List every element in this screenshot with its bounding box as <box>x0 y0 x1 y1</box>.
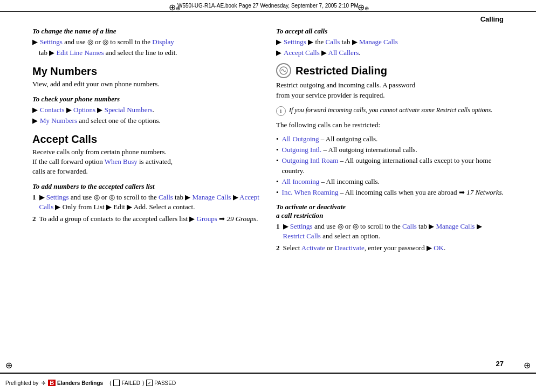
passed-checkbox: ✓ <box>146 380 153 386</box>
failed-label: FAILED <box>121 380 140 386</box>
body-check-phone: ▶ Contacts ▶ Options ▶ Special Numbers. … <box>32 105 260 126</box>
list-number: 2 <box>32 214 36 224</box>
list-item-text: ▶ Settings and use ◎ or ◎ to scroll to t… <box>283 222 504 241</box>
section-restricted-list: The following calls can be restricted: A… <box>276 120 504 197</box>
list-item: All Outgoing – All outgoing calls. <box>276 134 504 144</box>
heading-add-callers: To add numbers to the accepted callers l… <box>32 182 260 191</box>
bullet-check-2: ▶ My Numbers and select one of the optio… <box>32 116 260 126</box>
section-accept-all: To accept all calls ▶ Settings ▶ the Cal… <box>276 27 504 58</box>
corner-bl-mark: ⊕ <box>5 360 12 370</box>
page-number: 27 <box>496 360 504 368</box>
list-item: 1 ▶ Settings and use ◎ or ◎ to scroll to… <box>276 222 504 241</box>
bullet-change-name-1: ▶ Settings and use ◎ or ◎ to scroll to t… <box>32 37 260 47</box>
item-label: Outgoing Intl Roam – All outgoing intern… <box>282 156 504 175</box>
info-icon: i <box>276 106 286 116</box>
top-bar: ⊕ W550i-UG-R1A-AE.book Page 27 Wednesday… <box>0 0 536 12</box>
body-restricted: Restrict outgoing and incoming calls. A … <box>276 80 504 100</box>
body-accept-all: ▶ Settings ▶ the Calls tab ▶ Manage Call… <box>276 37 504 58</box>
failed-checkbox <box>113 380 120 386</box>
page-container: ⊕ W550i-UG-R1A-AE.book Page 27 Wednesday… <box>0 0 536 392</box>
section-check-phone: To check your phone numbers ▶ Contacts ▶… <box>32 95 260 126</box>
bottom-bar: Preflighted by ✈ B Elanders Berlings ( F… <box>0 373 536 392</box>
section-activate-restriction: To activate or deactivatea call restrict… <box>276 203 504 253</box>
passed-status: ✓ PASSED <box>146 380 176 386</box>
arrow-icon: ▶ <box>32 37 38 47</box>
list-item: 2 Select Activate or Deactivate, enter y… <box>276 243 504 253</box>
heading-activate-restriction: To activate or deactivatea call restrict… <box>276 203 504 220</box>
heading-change-name: To change the name of a line <box>32 27 260 36</box>
antenna-icon <box>279 66 288 75</box>
change-name-line2: tab ▶ Edit Line Names and select the lin… <box>32 48 260 58</box>
heading-accept-all: To accept all calls <box>276 27 504 36</box>
list-number: 2 <box>276 243 280 253</box>
heading-accept-calls: Accept Calls <box>32 133 260 146</box>
accept-all-line1: Settings ▶ the Calls tab ▶ Manage Calls <box>284 37 398 47</box>
heading-my-numbers: My Numbers <box>32 65 260 78</box>
logo-b-letter: B <box>48 380 56 386</box>
right-column: To accept all calls ▶ Settings ▶ the Cal… <box>276 27 504 360</box>
list-number: 1 <box>32 192 36 212</box>
preflighted-label: Preflighted by <box>5 380 38 386</box>
body-my-numbers: View, add and edit your own phone number… <box>32 79 260 89</box>
separator2: ) <box>142 380 144 386</box>
info-box: i If you forward incoming calls, you can… <box>276 106 504 116</box>
restricted-dialing-title: Restricted Dialing <box>296 65 387 77</box>
separator: ( <box>109 380 111 386</box>
logo-name: Elanders Berlings <box>57 380 103 386</box>
list-item: Inc. When Roaming – All incoming calls w… <box>276 188 504 197</box>
item-label: All Incoming – All incoming calls. <box>282 177 380 187</box>
section-add-callers: To add numbers to the accepted callers l… <box>32 182 260 224</box>
failed-status: FAILED <box>113 380 140 386</box>
restricted-bullet-list: All Outgoing – All outgoing calls. Outgo… <box>276 134 504 197</box>
corner-tr-mark: ⊕ <box>358 2 367 12</box>
item-label: Inc. When Roaming – All incoming calls w… <box>282 188 504 197</box>
list-item: All Incoming – All incoming calls. <box>276 177 504 187</box>
left-column: To change the name of a line ▶ Settings … <box>32 27 260 360</box>
list-item: Outgoing Intl Roam – All outgoing intern… <box>276 156 504 175</box>
list-item: Outgoing Intl. – All outgoing internatio… <box>276 145 504 155</box>
section-change-name: To change the name of a line ▶ Settings … <box>32 27 260 58</box>
item-label: All Outgoing – All outgoing calls. <box>282 134 378 144</box>
heading-check-phone: To check your phone numbers <box>32 95 260 104</box>
body-accept-calls: Receive calls only from certain phone nu… <box>32 147 260 177</box>
list-item-text: ▶ Settings and use ◎ or ◎ to scroll to t… <box>39 192 260 212</box>
list-item: 1 ▶ Settings and use ◎ or ◎ to scroll to… <box>32 192 260 212</box>
check-phone-line2: My Numbers and select one of the options… <box>40 116 161 126</box>
body-change-name: ▶ Settings and use ◎ or ◎ to scroll to t… <box>32 37 260 58</box>
passed-label: PASSED <box>154 380 176 386</box>
bullet-accept-all-1: ▶ Settings ▶ the Calls tab ▶ Manage Call… <box>276 37 504 47</box>
bullet-check-1: ▶ Contacts ▶ Options ▶ Special Numbers. <box>32 105 260 115</box>
page-header: Calling <box>480 15 504 23</box>
list-item-text: To add a group of contacts to the accept… <box>39 214 258 224</box>
item-label: Outgoing Intl. – All outgoing internatio… <box>282 145 417 155</box>
change-name-text-1: Settings and use ◎ or ◎ to scroll to the… <box>40 37 174 47</box>
corner-br-mark: ⊕ <box>524 360 531 370</box>
arrow-icon: ▶ <box>32 105 38 115</box>
arrow-icon: ▶ <box>32 116 38 126</box>
activate-restriction-list: 1 ▶ Settings and use ◎ or ◎ to scroll to… <box>276 222 504 253</box>
restricted-intro: The following calls can be restricted: <box>276 120 504 130</box>
list-number: 1 <box>276 222 280 241</box>
main-content: To change the name of a line ▶ Settings … <box>32 27 504 360</box>
section-accept-calls: Accept Calls Receive calls only from cer… <box>32 133 260 177</box>
arrow-icon: ▶ <box>276 48 281 58</box>
preflighted-icon: ✈ <box>42 380 46 386</box>
info-text: If you forward incoming calls, you canno… <box>289 106 492 116</box>
bullet-accept-all-2: ▶ Accept Calls ▶ All Callers. <box>276 48 504 58</box>
accept-all-line2: Accept Calls ▶ All Callers. <box>284 48 361 58</box>
restricted-dialing-icon <box>276 63 291 78</box>
arrow-icon: ▶ <box>276 37 281 47</box>
list-item-text: Select Activate or Deactivate, enter you… <box>283 243 446 253</box>
section-my-numbers: My Numbers View, add and edit your own p… <box>32 65 260 89</box>
section-restricted-dialing: Restricted Dialing Restrict outgoing and… <box>276 63 504 100</box>
list-item: 2 To add a group of contacts to the acce… <box>32 214 260 224</box>
company-logo: B Elanders Berlings <box>48 380 103 386</box>
top-bar-text: W550i-UG-R1A-AE.book Page 27 Wednesday, … <box>177 3 359 9</box>
check-phone-line1: Contacts ▶ Options ▶ Special Numbers. <box>40 105 154 115</box>
corner-tl-mark: ⊕ <box>169 2 178 12</box>
restricted-heading: Restricted Dialing <box>276 63 504 78</box>
add-callers-list: 1 ▶ Settings and use ◎ or ◎ to scroll to… <box>32 192 260 224</box>
